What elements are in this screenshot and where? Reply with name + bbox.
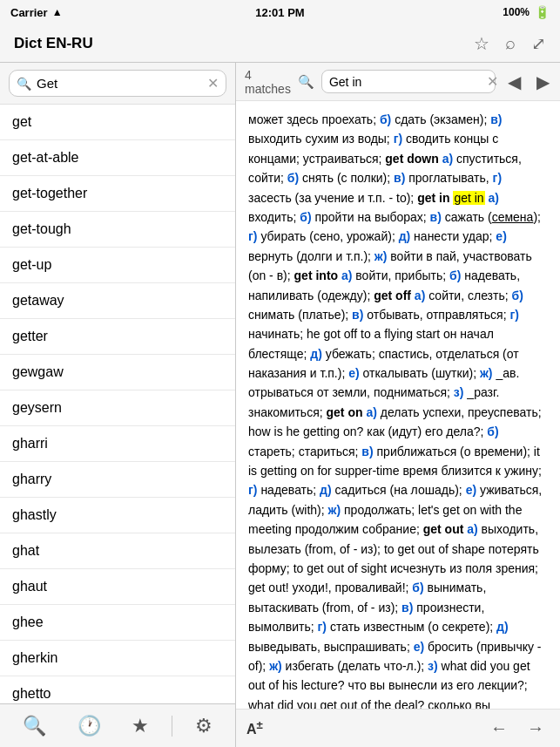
- right-topbar-actions: ◀ ▶: [503, 70, 555, 94]
- search-toolbar-button[interactable]: 🔍: [14, 711, 55, 741]
- list-item[interactable]: get: [0, 105, 235, 140]
- search-in-definition-icon: 🔍: [298, 74, 314, 90]
- list-item[interactable]: ghat: [0, 533, 235, 569]
- list-item[interactable]: getter: [0, 319, 235, 355]
- right-panel: 4 matches 🔍 ✕ ◀ ▶ может здесь проехать; …: [236, 63, 560, 747]
- font-size-button[interactable]: A±: [246, 718, 263, 737]
- right-bottombar: A± ← →: [236, 709, 560, 747]
- favorites-toolbar-button[interactable]: ★: [123, 711, 158, 741]
- app-title: Dict EN-RU: [14, 35, 93, 52]
- settings-toolbar-button[interactable]: ⚙: [186, 711, 221, 741]
- carrier-label: Carrier: [10, 6, 48, 19]
- matches-count: 4 matches: [245, 68, 291, 96]
- next-match-button[interactable]: ▶: [531, 70, 555, 94]
- list-item[interactable]: get-at-able: [0, 140, 235, 176]
- history-toolbar-button[interactable]: 🕐: [69, 711, 110, 741]
- search-input[interactable]: [37, 76, 202, 91]
- right-bottom-nav: ← →: [485, 716, 550, 740]
- search-icon-small: 🔍: [17, 77, 31, 91]
- star-icon[interactable]: ☆: [474, 33, 489, 54]
- list-item[interactable]: geysern: [0, 390, 235, 426]
- list-item[interactable]: get-up: [0, 248, 235, 283]
- search-term-box[interactable]: ✕: [321, 70, 496, 93]
- wifi-signal-icon: ▲: [52, 6, 63, 18]
- list-item[interactable]: gharry: [0, 462, 235, 498]
- search-input-wrapper[interactable]: 🔍 ✕: [9, 70, 226, 97]
- list-item[interactable]: ghetto: [0, 676, 235, 703]
- next-page-button[interactable]: →: [522, 716, 550, 740]
- word-list: get get-at-able get-together get-tough g…: [0, 105, 235, 703]
- expand-icon[interactable]: ⤢: [531, 33, 546, 54]
- left-panel: 🔍 ✕ get get-at-able get-together get-tou…: [0, 63, 236, 747]
- prev-match-button[interactable]: ◀: [503, 70, 526, 94]
- status-time: 12:01 PM: [255, 6, 304, 19]
- list-item[interactable]: gherkin: [0, 641, 235, 676]
- list-item[interactable]: ghastly: [0, 498, 235, 533]
- header: Dict EN-RU ☆ ⌕ ⤢: [0, 24, 560, 63]
- clear-definition-search-button[interactable]: ✕: [487, 73, 498, 90]
- search-bar: 🔍 ✕: [0, 63, 235, 105]
- main-container: 🔍 ✕ get get-at-able get-together get-tou…: [0, 63, 560, 747]
- list-item[interactable]: get-together: [0, 176, 235, 212]
- definition-area[interactable]: может здесь проехать; б) сдать (экзамен)…: [236, 101, 560, 709]
- toolbar-separator: [172, 716, 172, 737]
- definition-search-input[interactable]: [329, 75, 482, 89]
- status-bar: Carrier ▲ 12:01 PM 100% 🔋: [0, 0, 560, 24]
- list-item[interactable]: ghaut: [0, 569, 235, 605]
- battery-icon: 🔋: [535, 5, 550, 19]
- list-item[interactable]: ghee: [0, 605, 235, 641]
- right-topbar: 4 matches 🔍 ✕ ◀ ▶: [236, 63, 560, 101]
- prev-page-button[interactable]: ←: [485, 716, 513, 740]
- list-item[interactable]: gharri: [0, 426, 235, 462]
- battery-label: 100%: [503, 6, 530, 18]
- list-item[interactable]: gewgaw: [0, 355, 235, 390]
- definition-text: может здесь проехать; б) сдать (экзамен)…: [248, 110, 548, 709]
- clear-search-button[interactable]: ✕: [207, 75, 219, 92]
- list-item[interactable]: get-tough: [0, 212, 235, 248]
- bottom-toolbar: 🔍 🕐 ★ ⚙: [0, 703, 235, 747]
- search-icon[interactable]: ⌕: [505, 33, 516, 54]
- list-item[interactable]: getaway: [0, 283, 235, 319]
